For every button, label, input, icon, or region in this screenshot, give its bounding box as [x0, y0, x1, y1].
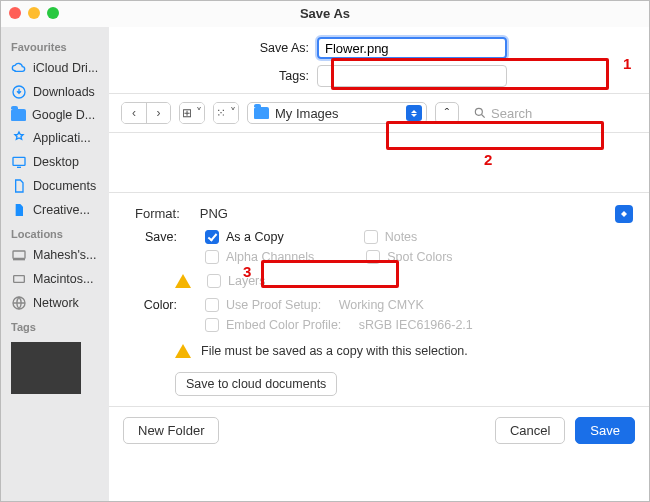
sidebar-item-desktop[interactable]: Desktop	[1, 150, 109, 174]
close-window-icon[interactable]	[9, 7, 21, 19]
save-opts-label: Save:	[129, 230, 177, 244]
warning-icon	[175, 336, 191, 358]
sidebar-item-icloud[interactable]: iCloud Dri...	[1, 56, 109, 80]
checkbox-notes: Notes	[364, 230, 418, 244]
location-popup[interactable]: My Images	[247, 102, 427, 124]
annotation-1: 1	[623, 55, 631, 72]
cancel-button[interactable]: Cancel	[495, 417, 565, 444]
sidebar-heading-tags: Tags	[1, 315, 109, 336]
annotation-3: 3	[243, 263, 251, 280]
folder-icon	[11, 109, 26, 121]
sidebar-item-googledrive[interactable]: Google D...	[1, 104, 109, 126]
saveas-label: Save As:	[251, 41, 309, 55]
sidebar-item-downloads[interactable]: Downloads	[1, 80, 109, 104]
sidebar-heading-favourites: Favourites	[1, 35, 109, 56]
minimize-window-icon[interactable]	[28, 7, 40, 19]
forward-icon[interactable]: ›	[146, 103, 170, 123]
zoom-window-icon[interactable]	[47, 7, 59, 19]
checkbox-as-copy[interactable]: As a Copy	[205, 230, 284, 244]
tags-input[interactable]	[317, 65, 507, 87]
search-icon	[473, 106, 487, 120]
sidebar-heading-locations: Locations	[1, 222, 109, 243]
sidebar: Favourites iCloud Dri... Downloads Googl…	[1, 27, 109, 501]
window-controls	[9, 7, 59, 19]
svg-rect-2	[13, 251, 25, 258]
sidebar-item-mahesh[interactable]: Mahesh's...	[1, 243, 109, 267]
svg-point-5	[475, 108, 482, 115]
tags-swatch	[11, 342, 81, 394]
checkbox-alpha: Alpha Channels	[205, 250, 314, 264]
titlebar: Save As	[1, 1, 649, 27]
save-button[interactable]: Save	[575, 417, 635, 444]
warning-text: File must be saved as a copy with this s…	[201, 344, 468, 358]
nav-back-forward[interactable]: ‹›	[121, 102, 171, 124]
new-folder-button[interactable]: New Folder	[123, 417, 219, 444]
warning-row: File must be saved as a copy with this s…	[175, 340, 633, 362]
sidebar-item-macintosh[interactable]: Macintos...	[1, 267, 109, 291]
checkbox-embed: Embed Color Profile: sRGB IEC61966-2.1	[205, 318, 473, 332]
dropdown-icon	[406, 105, 422, 121]
format-value[interactable]: PNG	[190, 203, 238, 224]
sidebar-item-creative[interactable]: Creative...	[1, 198, 109, 222]
sidebar-item-documents[interactable]: Documents	[1, 174, 109, 198]
filename-input[interactable]	[317, 37, 507, 59]
color-label: Color:	[129, 298, 177, 312]
warning-icon	[175, 266, 191, 288]
checkbox-proof: Use Proof Setup: Working CMYK	[205, 298, 424, 312]
group-mode[interactable]: ⁙ ˅	[213, 102, 239, 124]
folder-icon	[254, 107, 269, 119]
annotation-2: 2	[484, 151, 492, 168]
main-panel: Save As: Tags: ‹› ⊞ ˅ ⁙ ˅ My Images ˆ Se…	[109, 27, 649, 501]
finder-toolbar: ‹› ⊞ ˅ ⁙ ˅ My Images ˆ Search	[109, 93, 649, 133]
svg-rect-1	[13, 157, 25, 165]
format-dropdown-icon[interactable]	[615, 205, 633, 223]
save-to-cloud-button[interactable]: Save to cloud documents	[175, 372, 337, 396]
window-title: Save As	[300, 6, 350, 21]
file-browser-area[interactable]	[109, 133, 649, 193]
format-label: Format:	[135, 206, 180, 221]
dialog-footer: New Folder Cancel Save	[109, 407, 649, 454]
checkbox-spot: Spot Colors	[366, 250, 452, 264]
svg-rect-3	[14, 276, 25, 283]
search-field[interactable]: Search	[467, 106, 637, 121]
location-name: My Images	[275, 106, 400, 121]
back-icon[interactable]: ‹	[122, 103, 146, 123]
sidebar-item-applications[interactable]: Applicati...	[1, 126, 109, 150]
tags-label: Tags:	[251, 69, 309, 83]
collapse-button[interactable]: ˆ	[435, 102, 459, 124]
checkbox-layers: Layers	[207, 274, 266, 288]
view-mode[interactable]: ⊞ ˅	[179, 102, 205, 124]
sidebar-item-network[interactable]: Network	[1, 291, 109, 315]
